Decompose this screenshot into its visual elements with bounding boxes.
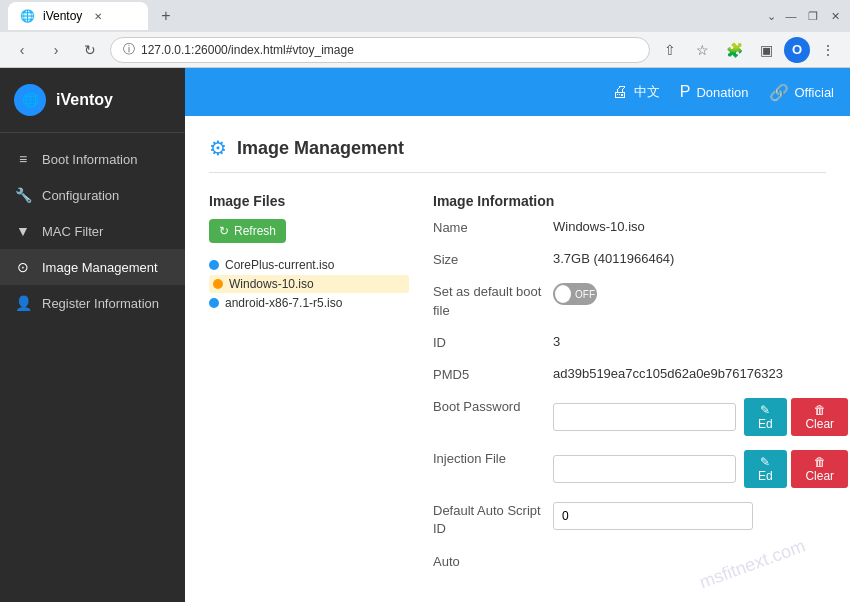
refresh-button[interactable]: ↻ Refresh: [209, 219, 286, 243]
size-label: Size: [433, 251, 553, 269]
two-col-layout: Image Files ↻ Refresh CorePlus-current.i…: [209, 193, 826, 585]
language-button[interactable]: 🖨 中文: [612, 83, 660, 101]
info-row-id: ID 3: [433, 334, 848, 352]
boot-password-btn-group: ✎ Ed 🗑 Clear: [744, 398, 849, 436]
boot-information-icon: ≡: [14, 151, 32, 167]
image-dot-1: [213, 279, 223, 289]
sidebar-label-register: Register Information: [42, 296, 159, 311]
cast-button[interactable]: ⇧: [656, 36, 684, 64]
reload-button[interactable]: ↻: [76, 36, 104, 64]
default-auto-script-value: [553, 502, 848, 538]
page-header-icon: ⚙: [209, 136, 227, 160]
window-controls: ⌄ — ❐ ✕: [767, 9, 842, 23]
toolbar-icons: ⇧ ☆ 🧩 ▣ O ⋮: [656, 36, 842, 64]
injection-file-edit-button[interactable]: ✎ Ed: [744, 450, 788, 488]
image-info-panel: Image Information Name Windows-10.iso Si…: [433, 193, 848, 585]
browser-titlebar: 🌐 iVentoy ✕ + ⌄ — ❐ ✕: [0, 0, 850, 32]
default-toggle-container: OFF: [553, 283, 848, 319]
image-name-1: Windows-10.iso: [229, 277, 314, 291]
image-dot-0: [209, 260, 219, 270]
menu-button[interactable]: ⋮: [814, 36, 842, 64]
pmd5-label: PMD5: [433, 366, 553, 384]
image-info-title: Image Information: [433, 193, 848, 209]
default-auto-script-label: Default Auto Script ID: [433, 502, 553, 538]
browser-toolbar: ‹ › ↻ ⓘ 127.0.0.1:26000/index.html#vtoy_…: [0, 32, 850, 68]
sidebar-item-boot-information[interactable]: ≡ Boot Information: [0, 141, 185, 177]
sidebar-item-register-information[interactable]: 👤 Register Information: [0, 285, 185, 321]
sidebar-item-image-management[interactable]: ⊙ Image Management: [0, 249, 185, 285]
default-auto-script-input[interactable]: [553, 502, 753, 530]
minimize-button[interactable]: —: [784, 9, 798, 23]
image-management-icon: ⊙: [14, 259, 32, 275]
info-row-boot-password: Boot Password ✎ Ed 🗑 Clear: [433, 398, 848, 436]
mac-filter-icon: ▼: [14, 223, 32, 239]
toggle-label: OFF: [575, 289, 595, 300]
official-button[interactable]: 🔗 Official: [769, 83, 835, 102]
main-content: 🖨 中文 P Donation 🔗 Official ⚙ Image Manag…: [185, 68, 850, 602]
default-toggle[interactable]: OFF: [553, 283, 597, 305]
image-files-panel: Image Files ↻ Refresh CorePlus-current.i…: [209, 193, 409, 585]
sidebar-label-config: Configuration: [42, 188, 119, 203]
profile-button[interactable]: O: [784, 37, 810, 63]
injection-file-input[interactable]: [553, 455, 736, 483]
auto-value: [553, 553, 848, 571]
boot-password-label: Boot Password: [433, 398, 553, 436]
injection-file-label: Injection File: [433, 450, 553, 488]
app-container: 🌐 iVentoy ≡ Boot Information 🔧 Configura…: [0, 68, 850, 602]
sidebar-nav: ≡ Boot Information 🔧 Configuration ▼ MAC…: [0, 133, 185, 602]
sidebar-item-mac-filter[interactable]: ▼ MAC Filter: [0, 213, 185, 249]
injection-file-input-group: ✎ Ed 🗑 Clear: [553, 450, 848, 488]
page-title: Image Management: [237, 138, 404, 159]
name-label: Name: [433, 219, 553, 237]
tab-close-button[interactable]: ✕: [90, 8, 106, 24]
language-label: 中文: [634, 83, 660, 101]
tab-title: iVentoy: [43, 9, 82, 23]
logo-text: iVentoy: [56, 91, 113, 109]
url-text: 127.0.0.1:26000/index.html#vtoy_image: [141, 43, 637, 57]
page-header: ⚙ Image Management: [209, 136, 826, 173]
language-icon: 🖨: [612, 83, 628, 101]
injection-file-value: ✎ Ed 🗑 Clear: [553, 450, 848, 488]
info-row-pmd5: PMD5 ad39b519ea7cc105d62a0e9b76176323: [433, 366, 848, 384]
extensions-button[interactable]: 🧩: [720, 36, 748, 64]
injection-file-clear-button[interactable]: 🗑 Clear: [791, 450, 848, 488]
info-row-default-auto-script: Default Auto Script ID: [433, 502, 848, 538]
image-list: CorePlus-current.iso Windows-10.iso andr…: [209, 255, 409, 313]
default-label: Set as default boot file: [433, 283, 553, 319]
new-tab-button[interactable]: +: [152, 2, 180, 30]
close-button[interactable]: ✕: [828, 9, 842, 23]
auto-label: Auto: [433, 553, 553, 571]
info-row-auto: Auto: [433, 553, 848, 571]
image-dot-2: [209, 298, 219, 308]
donation-button[interactable]: P Donation: [680, 83, 749, 101]
back-button[interactable]: ‹: [8, 36, 36, 64]
info-row-injection-file: Injection File ✎ Ed 🗑 Clear: [433, 450, 848, 488]
boot-password-input[interactable]: [553, 403, 736, 431]
maximize-button[interactable]: ❐: [806, 9, 820, 23]
list-item[interactable]: CorePlus-current.iso: [209, 255, 409, 275]
bookmark-button[interactable]: ☆: [688, 36, 716, 64]
list-item[interactable]: android-x86-7.1-r5.iso: [209, 293, 409, 313]
list-item[interactable]: Windows-10.iso: [209, 275, 409, 293]
size-value: 3.7GB (4011966464): [553, 251, 848, 269]
image-name-0: CorePlus-current.iso: [225, 258, 334, 272]
toggle-knob: [555, 285, 571, 303]
boot-password-clear-button[interactable]: 🗑 Clear: [791, 398, 848, 436]
pmd5-value: ad39b519ea7cc105d62a0e9b76176323: [553, 366, 848, 384]
info-table: Name Windows-10.iso Size 3.7GB (40119664…: [433, 219, 848, 571]
donation-label: Donation: [696, 85, 748, 100]
boot-password-value: ✎ Ed 🗑 Clear: [553, 398, 848, 436]
sidebar-logo: 🌐 iVentoy: [0, 68, 185, 133]
forward-button[interactable]: ›: [42, 36, 70, 64]
sidebar-item-configuration[interactable]: 🔧 Configuration: [0, 177, 185, 213]
top-bar: 🖨 中文 P Donation 🔗 Official: [185, 68, 850, 116]
sidebar-toggle-button[interactable]: ▣: [752, 36, 780, 64]
official-label: Official: [795, 85, 835, 100]
name-value: Windows-10.iso: [553, 219, 848, 237]
id-label: ID: [433, 334, 553, 352]
boot-password-edit-button[interactable]: ✎ Ed: [744, 398, 788, 436]
info-row-default: Set as default boot file OFF: [433, 283, 848, 319]
browser-tab[interactable]: 🌐 iVentoy ✕: [8, 2, 148, 30]
logo-icon: 🌐: [14, 84, 46, 116]
address-bar[interactable]: ⓘ 127.0.0.1:26000/index.html#vtoy_image: [110, 37, 650, 63]
